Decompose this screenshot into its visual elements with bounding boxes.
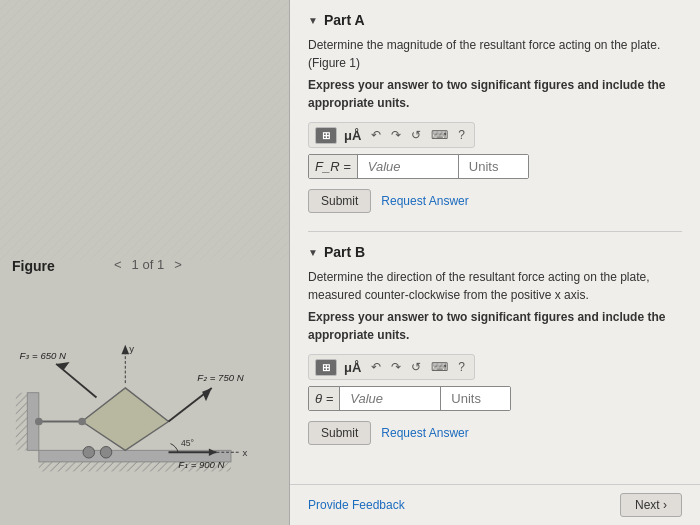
background-watermark [0,0,289,260]
part-b-collapse-icon[interactable]: ▼ [308,247,318,258]
part-b-instruction: Express your answer to two significant f… [308,308,682,344]
svg-text:F₃ = 650 N: F₃ = 650 N [20,350,66,361]
part-a-value-input[interactable] [358,155,458,178]
part-b-header: ▼ Part B [308,244,682,260]
svg-point-11 [78,418,86,426]
part-a-title: Part A [324,12,365,28]
part-b-special-btn[interactable]: ⊞ [315,359,337,376]
next-button[interactable]: Next › [620,493,682,517]
figure-page-indicator: 1 of 1 [132,257,165,272]
part-a-collapse-icon[interactable]: ▼ [308,15,318,26]
part-b-request-answer-link[interactable]: Request Answer [381,426,468,440]
part-a-units-input[interactable] [458,155,528,178]
part-b-redo-icon[interactable]: ↷ [388,358,404,376]
part-b-action-row: Submit Request Answer [308,421,682,445]
part-a-answer-row: F_R = [308,154,529,179]
part-b-help-icon[interactable]: ? [455,358,468,376]
bottom-bar: Provide Feedback Next › [290,484,700,525]
svg-point-9 [100,446,112,458]
part-b-keyboard-icon[interactable]: ⌨ [428,358,451,376]
provide-feedback-link[interactable]: Provide Feedback [308,498,405,512]
part-b-mu-symbol: μÅ [341,360,364,375]
part-a-special-btn[interactable]: ⊞ [315,127,337,144]
part-b-reset-icon[interactable]: ↺ [408,358,424,376]
part-a-answer-label: F_R = [309,155,358,178]
part-a-keyboard-icon[interactable]: ⌨ [428,126,451,144]
part-b-units-input[interactable] [440,387,510,410]
part-b-value-input[interactable] [340,387,440,410]
part-a-mu-symbol: μÅ [341,128,364,143]
svg-rect-6 [16,393,28,451]
svg-marker-26 [121,345,129,355]
part-a-undo-icon[interactable]: ↶ [368,126,384,144]
part-a-action-row: Submit Request Answer [308,189,682,213]
right-panel: ▼ Part A Determine the magnitude of the … [290,0,700,525]
part-b-description: Determine the direction of the resultant… [308,268,682,304]
part-a-description: Determine the magnitude of the resultant… [308,36,682,72]
part-b-title: Part B [324,244,365,260]
svg-text:F₂ = 750 N: F₂ = 750 N [197,372,243,383]
part-a-redo-icon[interactable]: ↷ [388,126,404,144]
figure-nav: < 1 of 1 > [110,255,186,274]
figure-prev-button[interactable]: < [110,255,126,274]
part-b-submit-button[interactable]: Submit [308,421,371,445]
physics-figure-area: F₁ = 900 N x F₂ = 750 N 45° F₃ = 650 N [10,280,279,515]
svg-line-22 [56,364,96,398]
part-a-submit-button[interactable]: Submit [308,189,371,213]
part-a-header: ▼ Part A [308,12,682,28]
svg-point-8 [83,446,95,458]
svg-marker-19 [202,388,212,401]
part-a-request-answer-link[interactable]: Request Answer [381,194,468,208]
part-b-undo-icon[interactable]: ↶ [368,358,384,376]
section-divider [308,231,682,232]
part-b-section: ▼ Part B Determine the direction of the … [308,244,682,445]
part-b-toolbar: ⊞ μÅ ↶ ↷ ↺ ⌨ ? [308,354,475,380]
figure-label: Figure [12,258,55,274]
left-panel: Figure < 1 of 1 > [0,0,290,525]
part-a-section: ▼ Part A Determine the magnitude of the … [308,12,682,213]
part-a-help-icon[interactable]: ? [455,126,468,144]
svg-point-12 [35,418,43,426]
part-b-answer-row: θ = [308,386,511,411]
svg-text:y: y [129,343,134,354]
svg-text:F₁ = 900 N: F₁ = 900 N [178,459,224,470]
part-a-toolbar: ⊞ μÅ ↶ ↷ ↺ ⌨ ? [308,122,475,148]
svg-rect-1 [0,0,289,260]
part-b-answer-label: θ = [309,387,340,410]
part-a-instruction: Express your answer to two significant f… [308,76,682,112]
svg-text:x: x [242,447,247,458]
part-a-reset-icon[interactable]: ↺ [408,126,424,144]
figure-next-button[interactable]: > [170,255,186,274]
svg-text:45°: 45° [181,438,194,448]
